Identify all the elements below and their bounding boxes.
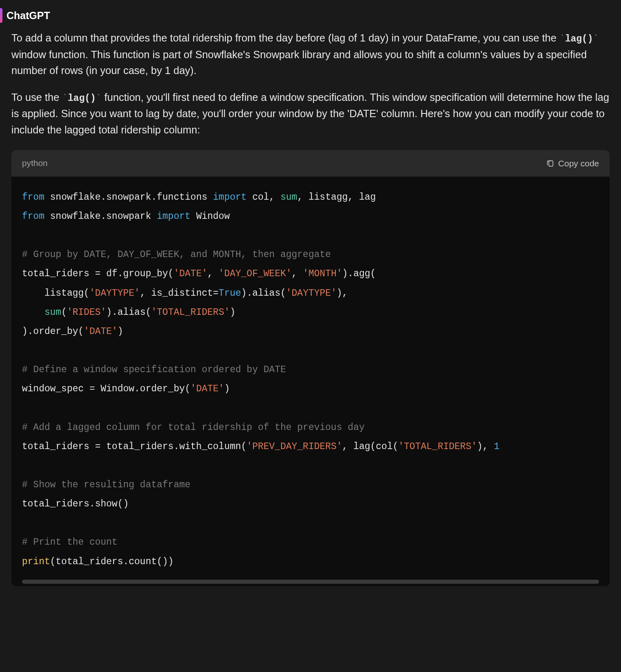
copy-code-label: Copy code: [558, 159, 599, 168]
paragraph-2: To use the lag() function, you'll first …: [11, 89, 610, 138]
text-segment: function, you'll first need to define a …: [11, 92, 609, 135]
code-token: 'DATE': [190, 384, 224, 394]
text-segment: To add a column that provides the total …: [11, 32, 560, 44]
code-content[interactable]: from snowflake.snowpark.functions import…: [11, 177, 610, 580]
code-token: [22, 307, 44, 318]
code-token: window_spec = Window.order_by(: [22, 384, 190, 394]
text-segment: To use the: [11, 92, 62, 103]
code-token: snowflake.snowpark: [44, 211, 157, 222]
code-token: 'MONTH': [303, 268, 342, 279]
code-token: ,: [208, 268, 219, 279]
code-token: ),: [337, 288, 348, 299]
code-block: python Copy code from snowflake.snowpark…: [11, 150, 610, 586]
code-token: ).order_by(: [22, 326, 84, 337]
assistant-name: ChatGPT: [7, 10, 50, 22]
assistant-avatar: [0, 8, 2, 23]
code-token: import: [157, 211, 190, 222]
code-token: ,: [292, 268, 303, 279]
code-token: print: [22, 556, 50, 567]
code-token: # Add a lagged column for total ridershi…: [22, 422, 365, 433]
code-token: ): [118, 326, 123, 337]
code-token: 1: [494, 441, 499, 452]
horizontal-scrollbar[interactable]: [22, 580, 599, 584]
code-token: # Print the count: [22, 537, 118, 548]
code-token: ).agg(: [342, 268, 376, 279]
code-token: 'RIDES': [67, 307, 106, 318]
code-token: ): [230, 307, 236, 318]
code-token: from: [22, 192, 44, 203]
inline-code-lag: lag(): [560, 34, 599, 44]
code-token: total_riders = total_riders.with_column(: [22, 441, 247, 452]
code-token: 'DAYTYPE': [286, 288, 337, 299]
code-token: (total_riders.count()): [50, 556, 174, 567]
code-token: from: [22, 211, 44, 222]
code-token: sum: [44, 307, 61, 318]
code-token: listagg(: [22, 288, 90, 299]
code-token: total_riders.show(): [22, 499, 129, 509]
code-token: 'PREV_DAY_RIDERS': [247, 441, 342, 452]
code-language-label: python: [22, 157, 48, 170]
message-body: To add a column that provides the total …: [11, 30, 610, 586]
code-token: # Define a window specification ordered …: [22, 364, 286, 375]
code-token: snowflake.snowpark.functions: [44, 192, 213, 203]
code-token: , listagg, lag: [297, 192, 376, 203]
code-token: 'DATE': [174, 268, 208, 279]
code-token: Window: [190, 211, 230, 222]
code-token: , lag(col(: [342, 441, 398, 452]
code-token: sum: [280, 192, 297, 203]
code-token: 'TOTAL_RIDERS': [398, 441, 477, 452]
code-token: ).alias(: [106, 307, 151, 318]
paragraph-1: To add a column that provides the total …: [11, 30, 610, 79]
code-token: 'DATE': [84, 326, 118, 337]
code-token: 'TOTAL_RIDERS': [151, 307, 230, 318]
code-token: col,: [247, 192, 280, 203]
code-token: ).alias(: [241, 288, 286, 299]
code-token: True: [219, 288, 241, 299]
copy-code-button[interactable]: Copy code: [546, 159, 599, 168]
code-token: # Show the resulting dataframe: [22, 480, 190, 490]
code-token: total_riders = df.group_by(: [22, 268, 174, 279]
code-token: 'DAY_OF_WEEK': [219, 268, 291, 279]
code-token: ): [224, 384, 230, 394]
code-header: python Copy code: [11, 150, 610, 177]
code-token: (: [61, 307, 67, 318]
svg-rect-0: [549, 161, 553, 166]
code-token: 'DAYTYPE': [90, 288, 140, 299]
code-token: import: [213, 192, 247, 203]
clipboard-icon: [546, 159, 554, 168]
code-token: , is_distinct=: [140, 288, 219, 299]
message-header: ChatGPT: [11, 8, 610, 23]
text-segment: window function. This function is part o…: [11, 49, 587, 76]
code-token: # Group by DATE, DAY_OF_WEEK, and MONTH,…: [22, 249, 331, 260]
inline-code-lag: lag(): [62, 93, 102, 104]
code-token: ),: [477, 441, 494, 452]
